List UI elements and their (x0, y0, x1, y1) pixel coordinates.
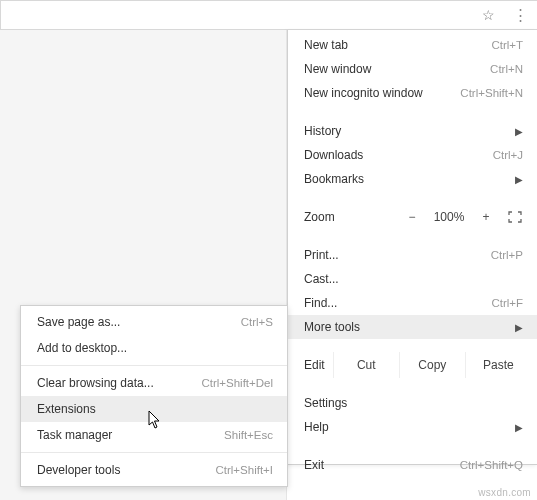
menu-new-incognito[interactable]: New incognito window Ctrl+Shift+N (288, 81, 537, 105)
menu-shortcut: Ctrl+N (490, 63, 523, 75)
menu-help[interactable]: Help ▶ (288, 415, 537, 439)
menu-label: Help (304, 420, 509, 434)
menu-edit-row: Edit Cut Copy Paste (288, 350, 537, 380)
fullscreen-icon (508, 211, 522, 223)
star-icon[interactable]: ☆ (476, 7, 501, 23)
watermark: wsxdn.com (478, 487, 531, 498)
menu-label: Print... (304, 248, 491, 262)
zoom-label: Zoom (304, 210, 395, 224)
menu-label: Add to desktop... (37, 341, 273, 355)
menu-shortcut: Ctrl+Shift+Q (460, 459, 523, 471)
menu-button[interactable]: ⋮ (507, 3, 533, 27)
menu-new-window[interactable]: New window Ctrl+N (288, 57, 537, 81)
menu-shortcut: Ctrl+Shift+I (215, 464, 273, 476)
menu-shortcut: Ctrl+F (491, 297, 523, 309)
menu-label: New incognito window (304, 86, 460, 100)
more-vertical-icon: ⋮ (513, 6, 528, 24)
menu-label: Exit (304, 458, 460, 472)
separator (21, 452, 287, 453)
menu-shortcut: Ctrl+Shift+N (460, 87, 523, 99)
menu-label: More tools (304, 320, 509, 334)
browser-toolbar: ☆ ⋮ (0, 0, 537, 30)
menu-downloads[interactable]: Downloads Ctrl+J (288, 143, 537, 167)
menu-find[interactable]: Find... Ctrl+F (288, 291, 537, 315)
submenu-extensions[interactable]: Extensions (21, 396, 287, 422)
menu-more-tools[interactable]: More tools ▶ (288, 315, 537, 339)
submenu-task-manager[interactable]: Task manager Shift+Esc (21, 422, 287, 448)
menu-shortcut: Shift+Esc (224, 429, 273, 441)
fullscreen-button[interactable] (503, 207, 527, 227)
menu-history[interactable]: History ▶ (288, 119, 537, 143)
menu-shortcut: Ctrl+Shift+Del (201, 377, 273, 389)
submenu-clear-data[interactable]: Clear browsing data... Ctrl+Shift+Del (21, 370, 287, 396)
menu-label: Bookmarks (304, 172, 509, 186)
menu-print[interactable]: Print... Ctrl+P (288, 243, 537, 267)
menu-label: Task manager (37, 428, 224, 442)
more-tools-submenu: Save page as... Ctrl+S Add to desktop...… (20, 305, 288, 487)
chevron-right-icon: ▶ (515, 422, 523, 433)
zoom-value: 100% (429, 210, 469, 224)
edit-label: Edit (304, 352, 333, 378)
separator (21, 365, 287, 366)
menu-shortcut: Ctrl+T (491, 39, 523, 51)
menu-shortcut: Ctrl+J (493, 149, 523, 161)
zoom-out-button[interactable]: − (399, 206, 425, 228)
menu-label: Clear browsing data... (37, 376, 201, 390)
submenu-save-page[interactable]: Save page as... Ctrl+S (21, 309, 287, 335)
menu-label: History (304, 124, 509, 138)
menu-label: Downloads (304, 148, 493, 162)
chevron-right-icon: ▶ (515, 174, 523, 185)
main-menu: New tab Ctrl+T New window Ctrl+N New inc… (287, 30, 537, 465)
menu-label: Cast... (304, 272, 523, 286)
menu-label: Settings (304, 396, 523, 410)
menu-bookmarks[interactable]: Bookmarks ▶ (288, 167, 537, 191)
menu-shortcut: Ctrl+P (491, 249, 523, 261)
chevron-right-icon: ▶ (515, 322, 523, 333)
submenu-developer-tools[interactable]: Developer tools Ctrl+Shift+I (21, 457, 287, 483)
zoom-in-button[interactable]: + (473, 206, 499, 228)
menu-label: Save page as... (37, 315, 241, 329)
edit-paste-button[interactable]: Paste (465, 352, 531, 378)
submenu-add-desktop[interactable]: Add to desktop... (21, 335, 287, 361)
menu-label: New window (304, 62, 490, 76)
chevron-right-icon: ▶ (515, 126, 523, 137)
menu-zoom-row: Zoom − 100% + (288, 202, 537, 232)
menu-label: Find... (304, 296, 491, 310)
menu-label: Extensions (37, 402, 273, 416)
menu-label: Developer tools (37, 463, 215, 477)
menu-new-tab[interactable]: New tab Ctrl+T (288, 33, 537, 57)
edit-copy-button[interactable]: Copy (399, 352, 465, 378)
menu-shortcut: Ctrl+S (241, 316, 273, 328)
menu-settings[interactable]: Settings (288, 391, 537, 415)
menu-cast[interactable]: Cast... (288, 267, 537, 291)
menu-label: New tab (304, 38, 491, 52)
edit-cut-button[interactable]: Cut (333, 352, 399, 378)
menu-exit[interactable]: Exit Ctrl+Shift+Q (288, 453, 537, 477)
